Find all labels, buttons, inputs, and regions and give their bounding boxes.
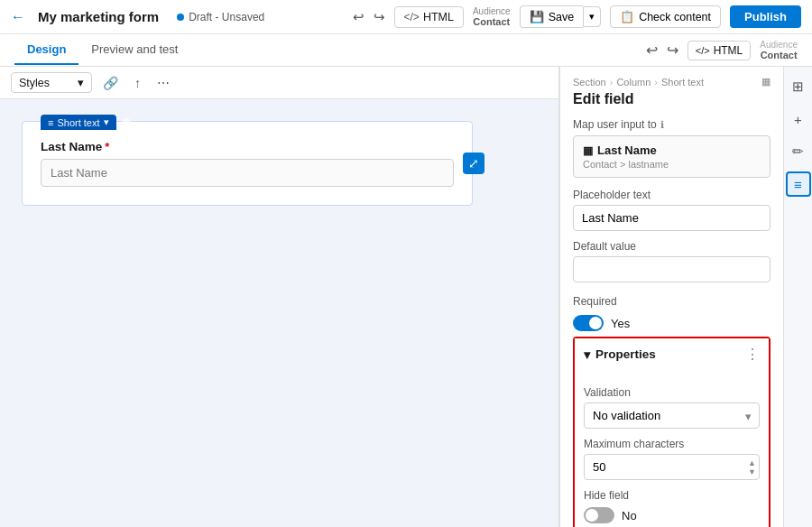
html-icon: </> bbox=[404, 11, 420, 23]
max-chars-input[interactable] bbox=[584, 454, 760, 480]
save-icon: 💾 bbox=[530, 10, 544, 23]
status-dot bbox=[177, 14, 184, 21]
sidebar-icon-1[interactable]: ⊞ bbox=[786, 74, 811, 99]
publish-button[interactable]: Publish bbox=[730, 5, 801, 28]
html-button[interactable]: </> HTML bbox=[394, 6, 464, 28]
placeholder-label: Placeholder text bbox=[573, 189, 770, 201]
more-options-button[interactable]: ⋯ bbox=[152, 73, 175, 93]
properties-title: ▾ Properties bbox=[584, 347, 656, 362]
field-tag: ≡ Short text ▾ 🗑 bbox=[41, 115, 134, 130]
hide-field-no-label: No bbox=[622, 509, 637, 522]
properties-section: ▾ Properties ⋮ Validation No validation … bbox=[573, 337, 770, 527]
required-toggle[interactable] bbox=[573, 315, 604, 331]
form-card: ≡ Short text ▾ 🗑 ⤢ Last Name * bbox=[22, 121, 473, 206]
properties-body: Validation No validation Maximum charact… bbox=[575, 370, 769, 527]
max-chars-label: Maximum characters bbox=[584, 438, 760, 450]
tab-preview[interactable]: Preview and test bbox=[78, 35, 190, 65]
toggle-thumb bbox=[589, 317, 602, 329]
required-yes-label: Yes bbox=[611, 317, 630, 330]
nav-right-controls: ↩ ↪ </> HTML Audience Contact bbox=[646, 40, 798, 60]
map-input-box[interactable]: ▦ Last Name Contact > lastname bbox=[573, 135, 770, 178]
save-dropdown-button[interactable]: ▾ bbox=[583, 6, 601, 27]
hide-toggle-thumb bbox=[586, 509, 598, 522]
delete-field-button[interactable]: 🗑 bbox=[120, 116, 134, 129]
required-label: Required bbox=[573, 295, 617, 308]
tab-group: Design Preview and test bbox=[14, 35, 190, 65]
hide-field-toggle[interactable] bbox=[584, 507, 614, 523]
validation-label: Validation bbox=[584, 386, 760, 399]
check-content-button[interactable]: 📋 Check content bbox=[610, 5, 721, 28]
canvas-content: ≡ Short text ▾ 🗑 ⤢ Last Name * bbox=[0, 99, 558, 527]
arrow-up-button[interactable]: ↑ bbox=[129, 73, 146, 93]
audience-block[interactable]: Audience Contact bbox=[473, 6, 511, 27]
default-value-label: Default value bbox=[573, 240, 770, 253]
required-star: * bbox=[105, 140, 109, 153]
right-panel: Section › Column › Short text ▦ Edit fie… bbox=[559, 67, 812, 527]
hide-field-row: Hide field bbox=[584, 489, 760, 502]
tab-design[interactable]: Design bbox=[14, 35, 78, 65]
sidebar-icon-4-active[interactable]: ≡ bbox=[786, 171, 811, 197]
html-nav-button[interactable]: </> HTML bbox=[687, 41, 752, 60]
field-input[interactable] bbox=[41, 159, 454, 187]
panel-content: Section › Column › Short text ▦ Edit fie… bbox=[560, 67, 783, 527]
decrement-button[interactable]: ▼ bbox=[748, 467, 756, 476]
validation-select-wrapper: No validation bbox=[584, 402, 760, 429]
hide-field-label: Hide field bbox=[584, 489, 629, 502]
link-icon-button[interactable]: 🔗 bbox=[97, 73, 124, 93]
increment-button[interactable]: ▲ bbox=[748, 458, 756, 467]
chevron-down-icon: ▾ bbox=[584, 347, 590, 362]
breadcrumb: Section › Column › Short text ▦ bbox=[573, 76, 770, 88]
info-icon: ℹ bbox=[660, 119, 664, 131]
redo-nav-button[interactable]: ↪ bbox=[667, 42, 678, 59]
panel-sidebar-icons: ⊞ + ✏ ≡ bbox=[783, 67, 812, 527]
max-chars-wrapper: ▲ ▼ bbox=[584, 454, 760, 480]
canvas-area: Styles ▾ 🔗 ↑ ⋯ ≡ Short text ▾ 🗑 bbox=[0, 67, 559, 527]
redo-button[interactable]: ↪ bbox=[374, 9, 385, 25]
save-group: 💾 Save ▾ bbox=[520, 5, 602, 28]
save-button[interactable]: 💾 Save bbox=[520, 5, 584, 28]
map-field-name: ▦ Last Name bbox=[583, 143, 761, 157]
field-type-tag[interactable]: ≡ Short text ▾ bbox=[41, 115, 116, 130]
default-value-input[interactable] bbox=[573, 256, 770, 282]
grid-icon[interactable]: ▦ bbox=[761, 76, 770, 88]
number-arrows: ▲ ▼ bbox=[748, 458, 756, 476]
topbar: ← My marketing form Draft - Unsaved ↩ ↪ … bbox=[0, 0, 812, 34]
properties-more-button[interactable]: ⋮ bbox=[745, 346, 760, 363]
field-component: ≡ Short text ▾ 🗑 ⤢ Last Name * bbox=[41, 140, 454, 187]
canvas-toolbar: Styles ▾ 🔗 ↑ ⋯ bbox=[0, 67, 558, 99]
undo-button[interactable]: ↩ bbox=[353, 9, 364, 25]
field-type-icon: ≡ bbox=[48, 117, 53, 128]
back-button[interactable]: ← bbox=[11, 9, 25, 25]
required-row: Required bbox=[573, 295, 770, 308]
sidebar-icon-2[interactable]: + bbox=[786, 106, 811, 132]
audience-nav[interactable]: Audience Contact bbox=[760, 40, 798, 60]
page-title: My marketing form bbox=[38, 9, 159, 24]
sidebar-icon-3[interactable]: ✏ bbox=[786, 139, 811, 164]
field-move-handle[interactable]: ⤢ bbox=[463, 153, 484, 174]
validation-select[interactable]: No validation bbox=[584, 402, 760, 429]
chevron-down-icon: ▾ bbox=[78, 76, 84, 89]
properties-header[interactable]: ▾ Properties ⋮ bbox=[575, 338, 769, 370]
tag-chevron-icon: ▾ bbox=[104, 116, 109, 128]
field-db-icon: ▦ bbox=[583, 144, 593, 157]
placeholder-input[interactable] bbox=[573, 205, 770, 231]
nav-tabs: Design Preview and test ↩ ↪ </> HTML Aud… bbox=[0, 34, 812, 67]
check-icon: 📋 bbox=[620, 10, 634, 23]
undo-nav-button[interactable]: ↩ bbox=[646, 42, 658, 59]
main-layout: Styles ▾ 🔗 ↑ ⋯ ≡ Short text ▾ 🗑 bbox=[0, 67, 812, 527]
map-input-label: Map user input to ℹ bbox=[573, 118, 770, 131]
edit-field-title: Edit field bbox=[573, 91, 770, 107]
map-field-path: Contact > lastname bbox=[583, 159, 761, 170]
styles-dropdown[interactable]: Styles ▾ bbox=[11, 72, 92, 93]
field-label: Last Name * bbox=[41, 140, 454, 153]
status-badge: Draft - Unsaved bbox=[177, 11, 264, 23]
